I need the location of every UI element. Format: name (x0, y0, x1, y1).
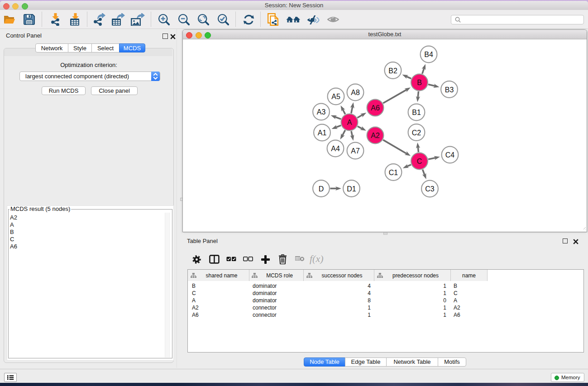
svg-text:D1: D1 (347, 185, 356, 193)
svg-text:A2: A2 (371, 132, 380, 139)
svg-text:A8: A8 (351, 89, 360, 96)
svg-text:C2: C2 (412, 129, 421, 137)
svg-text:A5: A5 (331, 93, 340, 100)
svg-text:A: A (347, 119, 352, 126)
svg-text:A6: A6 (371, 104, 380, 112)
svg-text:A3: A3 (317, 108, 326, 116)
svg-text:A1: A1 (318, 129, 327, 137)
svg-text:B: B (417, 79, 422, 86)
svg-text:C4: C4 (445, 151, 455, 159)
svg-text:B3: B3 (445, 86, 454, 94)
svg-text:B2: B2 (388, 67, 397, 75)
svg-text:D: D (319, 185, 324, 193)
svg-text:A7: A7 (351, 147, 360, 155)
svg-text:C3: C3 (425, 185, 435, 193)
svg-text:A4: A4 (331, 145, 340, 152)
svg-text:B4: B4 (424, 51, 433, 58)
svg-text:C: C (417, 157, 422, 165)
svg-text:C1: C1 (389, 169, 398, 176)
svg-text:B1: B1 (412, 109, 421, 116)
